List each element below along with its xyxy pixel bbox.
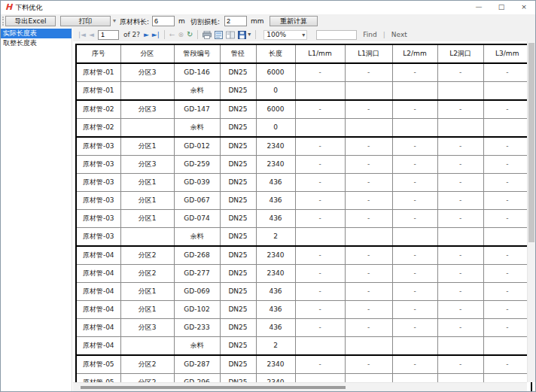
table-cell: -: [345, 100, 392, 119]
page-setup-icon[interactable]: [226, 31, 235, 39]
table-cell: -: [437, 137, 483, 156]
table-cell: [120, 337, 174, 356]
page-number-input[interactable]: [98, 30, 119, 40]
table-cell: 分区2: [120, 265, 174, 283]
column-header: L2洞口: [437, 44, 483, 63]
raw-length-label: 原材料长:: [120, 17, 149, 27]
toolbar-grip: [2, 17, 4, 26]
raw-length-unit: m: [178, 17, 185, 25]
table-row: 原材管-03分区3GD-259DN252340-----: [76, 156, 531, 174]
table-row: 原材管-01余料DN250: [76, 82, 531, 101]
table-cell: -: [483, 283, 531, 301]
table-cell: -: [345, 192, 392, 210]
cut-loss-input[interactable]: [224, 16, 247, 26]
table-cell: -: [437, 100, 483, 119]
table-cell: GD-012: [174, 137, 220, 156]
close-icon[interactable]: ×: [513, 1, 535, 14]
table-cell: 分区1: [120, 174, 174, 192]
table-cell: 原材管-03: [76, 210, 120, 228]
sidebar: 实际长度表取整长度表: [1, 28, 72, 391]
table-cell: DN25: [220, 82, 256, 101]
print-layout-icon[interactable]: [215, 31, 223, 39]
table-cell: [392, 228, 437, 247]
table-cell: -: [345, 174, 392, 192]
print-button[interactable]: 打印: [60, 16, 111, 26]
sidebar-item[interactable]: 实际长度表: [1, 29, 72, 38]
table-cell: -: [392, 319, 437, 337]
table-cell: -: [437, 301, 483, 319]
horizontal-scrollbar[interactable]: [73, 382, 527, 391]
table-cell: [345, 228, 392, 247]
table-row: 原材管-04分区1GD-069DN25436-----: [76, 283, 531, 301]
find-input[interactable]: [316, 30, 357, 40]
table-cell: 436: [256, 210, 295, 228]
table-cell: 2340: [256, 137, 295, 156]
table-cell: -: [295, 355, 345, 374]
table-cell: 2340: [256, 355, 295, 374]
table-cell: DN25: [220, 137, 256, 156]
table-cell: 原材管-04: [76, 246, 120, 265]
table-cell: GD-069: [174, 283, 220, 301]
table-cell: -: [483, 137, 531, 156]
toolbar-overflow-icon[interactable]: ▾: [113, 17, 116, 24]
table-cell: [120, 119, 174, 138]
table-cell: -: [345, 283, 392, 301]
vertical-scroll-thumb[interactable]: [528, 43, 534, 242]
table-cell: -: [345, 137, 392, 156]
table-cell: -: [295, 301, 345, 319]
column-header: L1/mm: [295, 44, 345, 63]
raw-length-input[interactable]: [152, 16, 175, 26]
table-cell: -: [483, 100, 531, 119]
table-cell: -: [295, 246, 345, 265]
previous-page-icon[interactable]: ◄: [89, 29, 94, 41]
print-icon[interactable]: [203, 31, 212, 39]
table-row: 原材管-04分区3GD-233DN25436-----: [76, 319, 531, 337]
table-cell: -: [392, 174, 437, 192]
vertical-scrollbar[interactable]: [527, 41, 535, 382]
table-row: 原材管-02余料DN250: [76, 119, 531, 138]
table-cell: -: [483, 301, 531, 319]
table-cell: DN25: [220, 355, 256, 374]
table-cell: GD-268: [174, 246, 220, 265]
next-link[interactable]: Next: [391, 31, 407, 38]
table-cell: 原材管-04: [76, 283, 120, 301]
maximize-icon[interactable]: □: [490, 1, 513, 14]
stop-icon[interactable]: ⊗: [178, 29, 184, 41]
table-cell: [345, 337, 392, 356]
table-cell: [437, 337, 483, 356]
table-cell: -: [295, 319, 345, 337]
table-cell: -: [483, 355, 531, 374]
table-cell: -: [392, 210, 437, 228]
next-page-icon[interactable]: ►: [144, 29, 149, 41]
table-cell: 分区1: [120, 192, 174, 210]
last-page-icon[interactable]: ►|: [152, 29, 160, 41]
recalculate-button[interactable]: 重新计算: [270, 16, 318, 26]
zoom-select[interactable]: 100% ▾: [263, 30, 307, 40]
sidebar-item[interactable]: 取整长度表: [1, 38, 72, 48]
back-icon[interactable]: ←: [169, 29, 175, 41]
horizontal-scroll-thumb[interactable]: [81, 386, 346, 389]
table-cell: 原材管-03: [76, 228, 120, 247]
minimize-icon[interactable]: —: [467, 1, 490, 14]
table-cell: DN25: [220, 192, 256, 210]
table-cell: GD-039: [174, 174, 220, 192]
export-excel-button[interactable]: 导出Excel: [5, 16, 56, 26]
table-cell: 2: [256, 337, 295, 356]
table-cell: -: [437, 63, 483, 82]
export-caret-icon[interactable]: ▾: [248, 29, 251, 41]
column-header: 分区: [120, 44, 174, 63]
table-row: 原材管-01分区3GD-146DN256000-----: [76, 63, 531, 82]
report-toolbar: |◄ ◄ of 2? ► ►| ← ⊗ ↻ ▾ 100% ▾ Find | Ne…: [73, 28, 535, 41]
refresh-icon[interactable]: ↻: [187, 29, 193, 41]
table-row: 原材管-03分区1GD-067DN25436-----: [76, 192, 531, 210]
table-cell: -: [345, 63, 392, 82]
table-cell: -: [483, 192, 531, 210]
toolbar-separator: [164, 30, 165, 39]
table-cell: -: [437, 265, 483, 283]
table-cell: 2340: [256, 246, 295, 265]
first-page-icon[interactable]: |◄: [78, 29, 86, 41]
export-save-icon[interactable]: [238, 31, 246, 39]
table-cell: 分区1: [120, 137, 174, 156]
table-cell: -: [483, 156, 531, 174]
find-link[interactable]: Find: [363, 31, 376, 38]
